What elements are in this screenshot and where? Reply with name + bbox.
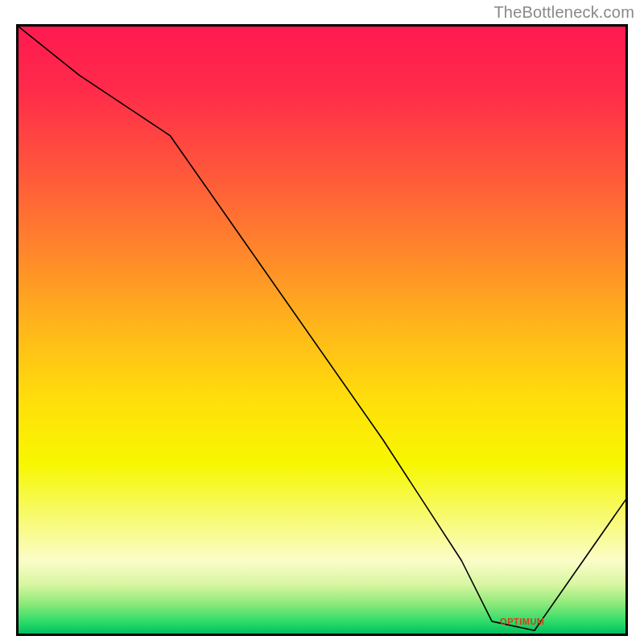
- curve-path: [19, 27, 625, 630]
- attribution-text: TheBottleneck.com: [493, 3, 634, 22]
- curve-svg: [19, 27, 625, 634]
- chart-stage: TheBottleneck.com OPTIMUM: [0, 0, 644, 644]
- plot-frame: OPTIMUM: [16, 24, 628, 636]
- optimum-marker: OPTIMUM: [500, 617, 544, 626]
